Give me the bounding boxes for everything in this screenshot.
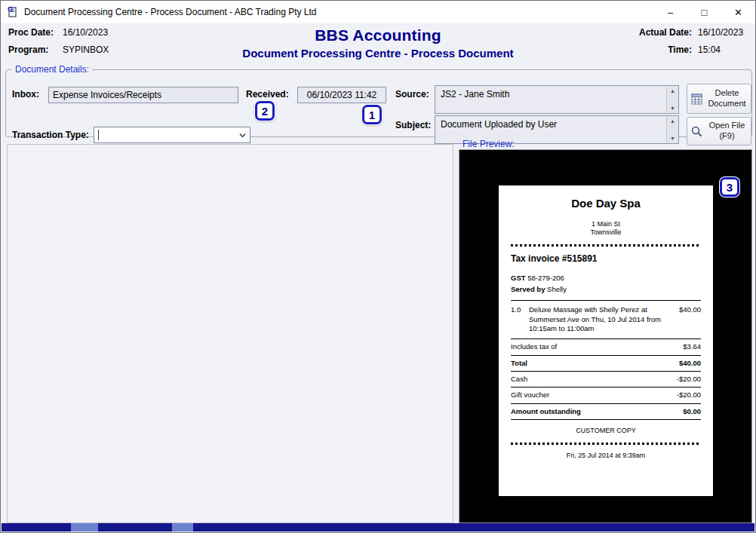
receipt-served-by-label: Served by [511, 285, 545, 293]
receipt-printed-at: Fri, 25 Jul 2014 at 9:39am [511, 452, 701, 461]
receipt-gst-label: GST [511, 274, 526, 282]
minimize-button[interactable]: – [653, 1, 687, 23]
receipt-gst-line: GST 58-279-206 [511, 274, 701, 283]
receipt-total-amount: $40.00 [679, 359, 701, 368]
receipt-gift-voucher-row: Gift voucher -$20.00 [511, 387, 701, 403]
actual-date-value: 16/10/2023 [698, 27, 748, 38]
inbox-label: Inbox: [12, 89, 39, 100]
source-spin-down-icon[interactable]: ▼ [667, 103, 678, 113]
receipt-gift-voucher-amount: -$20.00 [677, 391, 701, 400]
text-caret [98, 130, 99, 140]
document-details-group: Document Details: Inbox: Received: Sourc… [5, 64, 752, 137]
receipt-item-price: $40.00 [668, 305, 701, 333]
receipt-cash-row: Cash -$20.00 [511, 371, 701, 387]
receipt-served-by-line: Served by Shelly [511, 285, 701, 294]
receipt-address-line2: Townsville [511, 228, 701, 237]
app-window: Document Processing Centre - Process Doc… [0, 0, 756, 533]
receipt-line-item: 1.0 Deluxe Massage with Shelly Perez at … [511, 300, 701, 338]
file-preview-label: File Preview: [463, 139, 515, 149]
receipt-outstanding-label: Amount outstanding [511, 407, 581, 416]
time-label: Time: [668, 44, 692, 55]
open-file-button-label: Open File (F9) [706, 121, 748, 142]
receipt-served-by-value: Shelly [547, 285, 567, 293]
receipt-gift-voucher-label: Gift voucher [511, 391, 549, 400]
source-field[interactable]: JS2 - Jane Smith ▲ ▼ [435, 85, 679, 114]
transaction-type-combobox[interactable] [94, 127, 250, 143]
subject-spin-down-icon[interactable]: ▼ [667, 133, 678, 143]
source-spin-up-icon[interactable]: ▲ [667, 86, 678, 96]
header-right: Actual Date: 16/10/2023 Time: 15:04 [639, 27, 748, 62]
inbox-input[interactable] [48, 87, 238, 103]
maximize-button[interactable]: □ [687, 1, 721, 23]
delete-document-icon [690, 93, 703, 106]
transaction-type-label: Transaction Type: [12, 130, 89, 140]
document-details-legend: Document Details: [12, 64, 92, 75]
receipt-cash-amount: -$20.00 [677, 375, 701, 384]
subject-label: Subject: [395, 120, 431, 130]
receipt-customer-copy: CUSTOMER COPY [511, 427, 701, 436]
receipt-total-label: Total [511, 359, 527, 368]
receipt-preview: Doe Day Spa 1 Main St Townsville Tax inv… [499, 185, 713, 496]
close-button[interactable]: ✕ [721, 1, 755, 23]
annotation-step-2: 2 [255, 101, 275, 121]
actual-date-label: Actual Date: [639, 27, 692, 38]
annotation-step-1: 1 [362, 105, 382, 124]
document-entry-panel [7, 144, 453, 523]
subject-spin-up-icon[interactable]: ▲ [667, 116, 678, 126]
receipt-item-qty: 1.0 [511, 305, 529, 333]
window-controls: – □ ✕ [653, 1, 755, 23]
annotation-step-3: 3 [720, 177, 739, 197]
delete-document-button-label: Delete Document [706, 88, 748, 109]
received-input[interactable] [297, 87, 386, 103]
receipt-tax-amount: $3.64 [683, 342, 701, 351]
receipt-tax-label: Includes tax of [511, 342, 557, 351]
open-file-button[interactable]: Open File (F9) [687, 117, 751, 146]
window-title: Document Processing Centre - Process Doc… [24, 7, 317, 17]
chevron-down-icon[interactable] [238, 131, 247, 139]
receipt-outstanding-row: Amount outstanding $0.00 [511, 403, 701, 420]
receipt-dashed-separator [511, 244, 701, 247]
receipt-invoice-number: Tax invoice #515891 [511, 253, 701, 265]
receipt-store-name: Doe Day Spa [511, 196, 701, 211]
receipt-total-row: Total $40.00 [511, 355, 701, 371]
source-value: JS2 - Jane Smith [441, 89, 509, 100]
title-bar: Document Processing Centre - Process Doc… [1, 1, 755, 23]
receipt-dashed-separator-bottom [511, 443, 701, 445]
bottom-strip-segment [172, 523, 193, 531]
receipt-outstanding-amount: $0.00 [683, 407, 701, 416]
bottom-strip [2, 523, 754, 531]
receipt-tax-row: Includes tax of $3.64 [511, 338, 701, 354]
file-preview-panel: Doe Day Spa 1 Main St Townsville Tax inv… [459, 149, 752, 523]
header: Proc Date: 16/10/2023 Program: SYPINBOX … [1, 23, 755, 67]
source-label: Source: [395, 89, 429, 100]
app-icon [7, 6, 19, 18]
receipt-gst-number: 58-279-206 [527, 274, 564, 282]
receipt-item-description: Deluxe Massage with Shelly Perez at Summ… [529, 305, 668, 333]
time-value: 15:04 [698, 44, 748, 55]
receipt-address-line1: 1 Main St [511, 220, 701, 229]
bottom-strip-segment [71, 523, 98, 531]
subject-value: Document Uploaded by User [441, 119, 557, 130]
receipt-cash-label: Cash [511, 375, 527, 384]
received-label: Received: [246, 89, 289, 100]
delete-document-button[interactable]: Delete Document [687, 84, 751, 114]
magnifier-icon [690, 125, 703, 138]
